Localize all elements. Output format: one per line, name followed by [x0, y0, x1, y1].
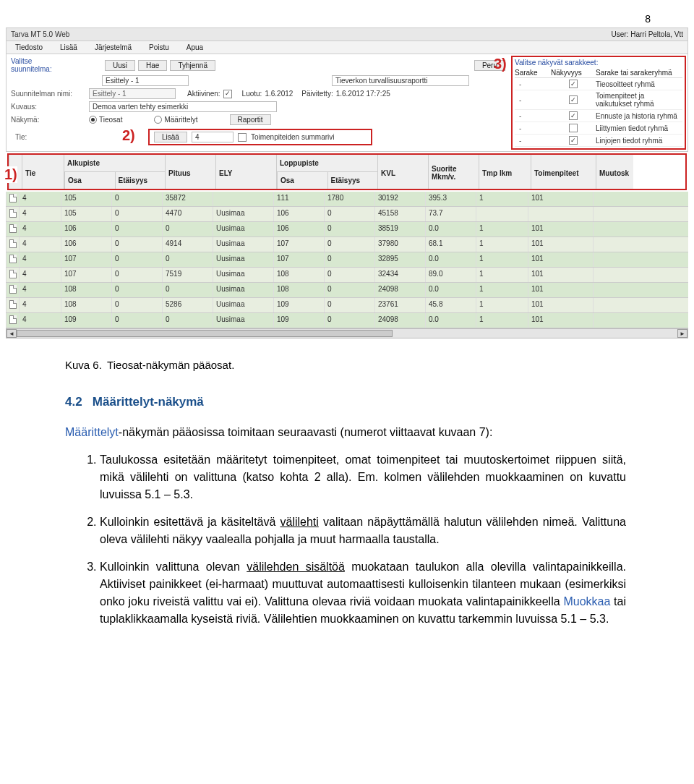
cell-kvl: 45158: [374, 207, 425, 221]
raportit-button[interactable]: Raportit: [230, 114, 271, 125]
cell-muutosk: [593, 298, 630, 312]
menu-apua[interactable]: Apua: [178, 41, 212, 54]
cell-tmplkm: 1: [476, 222, 528, 237]
uusi-button[interactable]: Uusi: [105, 60, 135, 71]
cell-tmplkm: 1: [476, 252, 528, 267]
plan-select[interactable]: Esittely - 1: [102, 75, 189, 86]
cell-ely: Uusimaa: [213, 222, 273, 237]
hae-button[interactable]: Hae: [138, 60, 167, 71]
app-title: Tarva MT 5.0 Web: [11, 30, 69, 38]
cell-suorite: 395.3: [425, 192, 476, 206]
lisaa-button[interactable]: Lisää: [154, 132, 187, 142]
column-visibility-row[interactable]: -✓Toimenpiteet ja vaikutukset ryhmä: [515, 90, 682, 110]
horizontal-scrollbar[interactable]: ◄ ►: [6, 328, 688, 338]
cell-tie: 4: [19, 252, 61, 267]
table-row[interactable]: 410900Uusimaa1090240980.01101: [6, 313, 688, 328]
radio-tieosat[interactable]: Tieosat: [89, 116, 122, 124]
page-icon: [9, 209, 17, 218]
tie-row-box: 2) Lisää 4 Toimenpiteiden summarivi: [148, 129, 372, 145]
li3-blue: Muokkaa: [563, 595, 610, 608]
table-row[interactable]: 4105035872111178030192395.31101: [6, 192, 688, 207]
document-text: Kuva 6. Tieosat-näkymän pääosat. 4.2 Mää…: [0, 338, 694, 628]
cell-pituus: 35872: [162, 192, 213, 206]
cell-pituus: 4914: [162, 237, 213, 252]
cell-suorite: 0.0: [425, 313, 476, 328]
cell-alk-osa: 108: [61, 283, 111, 297]
th-kvl: KVL: [377, 155, 428, 189]
th-suorite: Suorite Mkm/v.: [428, 155, 479, 189]
row-icon: [6, 313, 19, 328]
cell-tie: 4: [19, 313, 61, 328]
scroll-right-arrow-icon[interactable]: ►: [677, 329, 687, 338]
th-lop-etaisyys: Etäisyys: [327, 172, 378, 189]
cell-kvl: 24098: [374, 313, 425, 328]
summarivi-checkbox[interactable]: [238, 133, 247, 142]
menu-lisaa[interactable]: Lisää: [51, 41, 86, 54]
cell-muutosk: [593, 207, 630, 221]
cell-kvl: 23761: [374, 298, 425, 312]
label-suunnitelman-nimi: Suunnitelman nimi:: [11, 90, 86, 98]
tie-number-select[interactable]: 4: [192, 132, 234, 142]
marker-2: 2): [122, 127, 135, 144]
visibility-checkbox[interactable]: ✓: [569, 136, 578, 145]
cell-pituus: 4470: [162, 207, 213, 221]
marker-1: 1): [4, 166, 17, 183]
lead-rest: -näkymän pääosissa toimitaan seuraavasti…: [119, 426, 493, 438]
cell-suorite: 68.1: [425, 237, 476, 252]
col-group-name: Tieosoitteet ryhmä: [596, 80, 682, 88]
column-visibility-row[interactable]: -✓Ennuste ja historia ryhmä: [515, 110, 682, 122]
cell-suorite: 89.0: [425, 268, 476, 282]
report-select[interactable]: Tieverkon turvallisuusraportti: [332, 75, 469, 86]
column-visibility-row[interactable]: -✓Tieosoitteet ryhmä: [515, 78, 682, 90]
cell-lop-eta: 0: [324, 237, 374, 252]
scroll-thumb[interactable]: [17, 330, 393, 337]
col-sarake-value: -: [515, 137, 551, 145]
cell-ely: Uusimaa: [213, 298, 273, 312]
scroll-left-arrow-icon[interactable]: ◄: [7, 329, 17, 338]
table-row[interactable]: 410700Uusimaa1070328950.01101: [6, 252, 688, 268]
column-visibility-row[interactable]: -✓Linjojen tiedot ryhmä: [515, 135, 682, 147]
menu-jarjestelma[interactable]: Järjestelmä: [86, 41, 140, 54]
cell-toimenpiteet: 101: [528, 268, 593, 282]
label-tie: Tie:: [15, 133, 73, 141]
table-row[interactable]: 410600Uusimaa1060385190.01101: [6, 222, 688, 237]
cell-pituus: 0: [162, 222, 213, 237]
menu-tiedosto[interactable]: Tiedosto: [7, 41, 51, 54]
cell-ely: Uusimaa: [213, 313, 273, 328]
menu-poistu[interactable]: Poistu: [140, 41, 178, 54]
plan-name-input[interactable]: Esittely - 1: [89, 88, 176, 99]
table-row[interactable]: 410707519Uusimaa10803243489.01101: [6, 268, 688, 283]
table-row[interactable]: 410604914Uusimaa10703798068.11101: [6, 237, 688, 252]
user-block: User: Harri Peltola, Vtt: [612, 30, 684, 38]
cell-lop-eta: 0: [324, 283, 374, 297]
visibility-checkbox[interactable]: ✓: [569, 95, 578, 104]
table-row[interactable]: 410504470Uusimaa10604515873.7: [6, 207, 688, 222]
radio-maarittelyt[interactable]: Määrittelyt: [154, 116, 197, 124]
th-lop-osa: Osa: [277, 172, 327, 189]
cell-pituus: 0: [162, 252, 213, 267]
row-icon: [6, 268, 19, 282]
radio-tieosat-label: Tieosat: [99, 116, 122, 124]
cell-tmplkm: [476, 207, 528, 221]
aktiivinen-checkbox[interactable]: ✓: [223, 90, 232, 98]
visibility-checkbox[interactable]: [569, 124, 578, 132]
table-row[interactable]: 410805286Uusimaa10902376145.81101: [6, 298, 688, 313]
tool-area: Valitse suunnitelma: Uusi Hae Tyhjennä P…: [6, 54, 688, 152]
table-row[interactable]: 410800Uusimaa1080240980.01101: [6, 283, 688, 298]
th-toimenpiteet: Toimenpiteet: [531, 155, 596, 189]
colhead-group: Sarake tai sarakeryhmä: [596, 69, 682, 77]
row-icon: [6, 252, 19, 267]
th-alkupiste: Alkupiste: [64, 155, 165, 172]
visibility-checkbox[interactable]: ✓: [569, 80, 578, 88]
cell-lop-eta: 1780: [324, 192, 374, 206]
cell-alk-osa: 107: [61, 252, 111, 267]
tyhjenna-button[interactable]: Tyhjennä: [170, 60, 215, 71]
column-visibility-row[interactable]: -Liittymien tiedot ryhmä: [515, 122, 682, 135]
visibility-checkbox[interactable]: ✓: [569, 111, 578, 120]
li3-underline: välilehden sisältöä: [247, 561, 345, 573]
cell-alk-eta: 0: [111, 207, 162, 221]
cell-muutosk: [593, 283, 630, 297]
cell-lop-eta: 0: [324, 268, 374, 282]
kuvaus-input[interactable]: Demoa varten tehty esimerkki: [89, 101, 277, 112]
label-kuvaus: Kuvaus:: [11, 103, 86, 111]
